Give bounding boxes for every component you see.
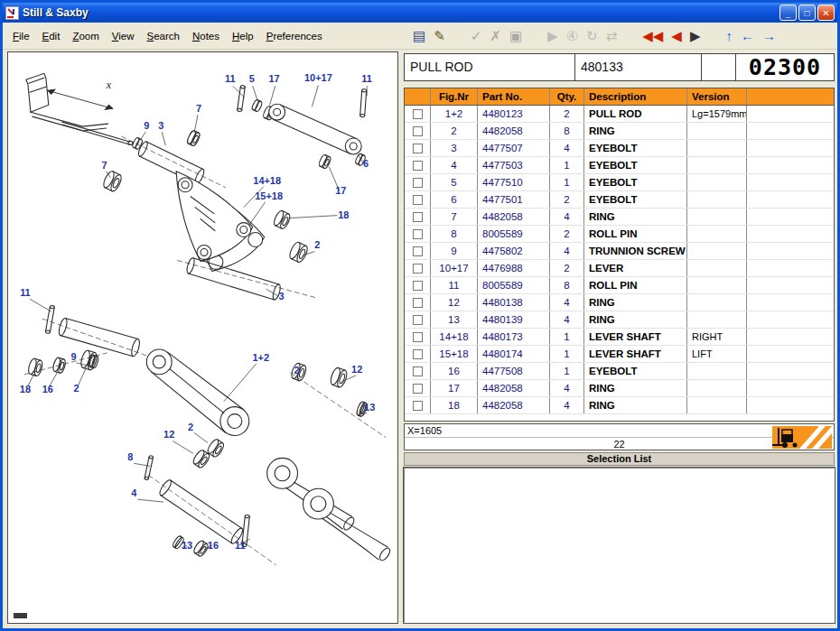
- callout-18: 18: [20, 384, 31, 394]
- row-checkbox[interactable]: [413, 144, 423, 153]
- row-checkbox[interactable]: [413, 298, 423, 308]
- part-row-2[interactable]: 244820588RING: [405, 123, 834, 140]
- part-row-13[interactable]: 1344801394RING: [405, 311, 834, 329]
- part-row-4[interactable]: 444775031EYEBOLT: [405, 157, 834, 174]
- row-checkbox[interactable]: [413, 281, 423, 291]
- callout-12: 12: [163, 429, 174, 440]
- part-row-14+18[interactable]: 14+1844801731LEVER SHAFTRIGHT: [405, 329, 834, 346]
- close-button[interactable]: ✕: [817, 5, 835, 21]
- fig-nr-cell: 13: [430, 311, 477, 328]
- col-fig-nr: Fig.Nr: [430, 88, 477, 105]
- part-row-8[interactable]: 880055892ROLL PIN: [405, 226, 834, 243]
- description-cell: EYEBOLT: [583, 157, 686, 173]
- version-cell: [686, 311, 746, 328]
- filler-cell: [746, 277, 834, 293]
- menu-search[interactable]: Search: [141, 29, 186, 43]
- menu-help[interactable]: Help: [226, 29, 260, 43]
- row-checkbox[interactable]: [413, 264, 423, 274]
- edit-tool-icon[interactable]: ✎: [432, 28, 447, 43]
- menu-notes[interactable]: Notes: [186, 29, 226, 43]
- first-page-icon[interactable]: ◀◀: [640, 28, 665, 43]
- part-row-1+2[interactable]: 1+244801232PULL RODLg=1579mm: [405, 106, 834, 123]
- filler-cell: [746, 174, 834, 190]
- version-cell: [686, 294, 746, 311]
- filler-cell: [746, 380, 834, 396]
- qty-cell: 2: [549, 106, 583, 122]
- print-icon[interactable]: ▤: [411, 28, 427, 43]
- part-no-cell: 8005589: [477, 226, 549, 242]
- row-checkbox[interactable]: [413, 212, 423, 222]
- callout-labels: 1151710+1711793714+1815+1861718231191816…: [20, 72, 375, 551]
- callout-17: 17: [269, 73, 280, 84]
- forklift-icon[interactable]: [772, 426, 832, 449]
- menu-preferences[interactable]: Preferences: [260, 29, 329, 43]
- row-checkbox[interactable]: [413, 126, 423, 136]
- part-row-17[interactable]: 1744820584RING: [405, 380, 834, 397]
- qty-cell: 2: [549, 226, 583, 242]
- drawing-stamp: [14, 613, 27, 618]
- step-icon: ④: [565, 28, 580, 43]
- menu-view[interactable]: View: [106, 29, 141, 43]
- menu-zoom[interactable]: Zoom: [66, 29, 105, 43]
- row-checkbox[interactable]: [413, 229, 423, 239]
- row-checkbox[interactable]: [413, 332, 423, 342]
- filler-cell: [746, 294, 834, 311]
- part-row-11[interactable]: 1180055898ROLL PIN: [405, 277, 834, 294]
- part-row-18[interactable]: 1844820584RING: [405, 397, 834, 414]
- callout-8: 8: [127, 451, 133, 462]
- part-row-5[interactable]: 544775101EYEBOLT: [405, 174, 834, 191]
- filler-cell: [746, 311, 834, 328]
- menu-edit[interactable]: Edit: [36, 29, 67, 43]
- callout-6: 6: [363, 158, 369, 169]
- row-checkbox[interactable]: [413, 195, 423, 205]
- part-row-15+18[interactable]: 15+1844801741LEVER SHAFTLIFT: [405, 346, 834, 363]
- version-cell: [686, 174, 746, 190]
- fig-nr-cell: 8: [430, 226, 477, 242]
- part-row-16[interactable]: 1644775081EYEBOLT: [405, 363, 834, 380]
- checkbox-cell: [405, 140, 430, 156]
- row-checkbox[interactable]: [413, 109, 423, 119]
- row-checkbox[interactable]: [413, 246, 423, 256]
- row-checkbox[interactable]: [413, 384, 423, 394]
- row-checkbox[interactable]: [413, 349, 423, 359]
- row-checkbox[interactable]: [413, 161, 423, 171]
- qty-cell: 1: [549, 174, 583, 190]
- row-checkbox[interactable]: [413, 367, 423, 376]
- row-checkbox[interactable]: [413, 178, 423, 188]
- up-icon[interactable]: ↑: [723, 28, 734, 43]
- part-row-6[interactable]: 644775012EYEBOLT: [405, 191, 834, 209]
- part-no-cell: 4477503: [477, 157, 549, 173]
- menu-file[interactable]: File: [6, 29, 36, 43]
- minimize-button[interactable]: _: [779, 5, 797, 21]
- part-row-7[interactable]: 744820584RING: [405, 209, 834, 226]
- left-rod-group: [27, 305, 141, 376]
- selection-list[interactable]: [404, 468, 835, 623]
- row-checkbox[interactable]: [413, 315, 423, 325]
- qty-cell: 2: [549, 191, 583, 208]
- next-page-icon[interactable]: ▶: [688, 28, 703, 43]
- menu-bar: FileEditZoomViewSearchNotesHelpPreferenc…: [6, 23, 329, 49]
- part-row-10+17[interactable]: 10+1744769882LEVER: [405, 260, 834, 277]
- part-no-cell: 4477507: [477, 140, 549, 156]
- back-icon[interactable]: ←: [739, 28, 756, 43]
- title-bar[interactable]: Still & Saxby _□✕: [3, 3, 837, 23]
- description-cell: EYEBOLT: [583, 363, 686, 379]
- part-no-cell: 4482058: [477, 209, 549, 225]
- filler-cell: [746, 106, 834, 122]
- version-cell: [686, 397, 746, 413]
- checkbox-cell: [405, 346, 430, 362]
- callout-4: 4: [131, 487, 137, 498]
- callout-3: 3: [158, 120, 163, 131]
- maximize-button[interactable]: □: [798, 5, 816, 21]
- part-row-12[interactable]: 1244801384RING: [405, 294, 834, 311]
- checkbox-cell: [405, 157, 430, 173]
- forward-icon[interactable]: →: [761, 28, 778, 43]
- prev-page-icon[interactable]: ◀: [669, 28, 684, 43]
- col-version: Version: [686, 88, 746, 105]
- part-row-9[interactable]: 944758024TRUNNION SCREW: [405, 243, 834, 260]
- bottom-rod-group: [145, 438, 250, 558]
- row-checkbox[interactable]: [413, 401, 423, 411]
- part-row-3[interactable]: 344775074EYEBOLT: [405, 140, 834, 157]
- checkbox-cell: [405, 226, 430, 242]
- diagram-panel[interactable]: x: [7, 51, 398, 624]
